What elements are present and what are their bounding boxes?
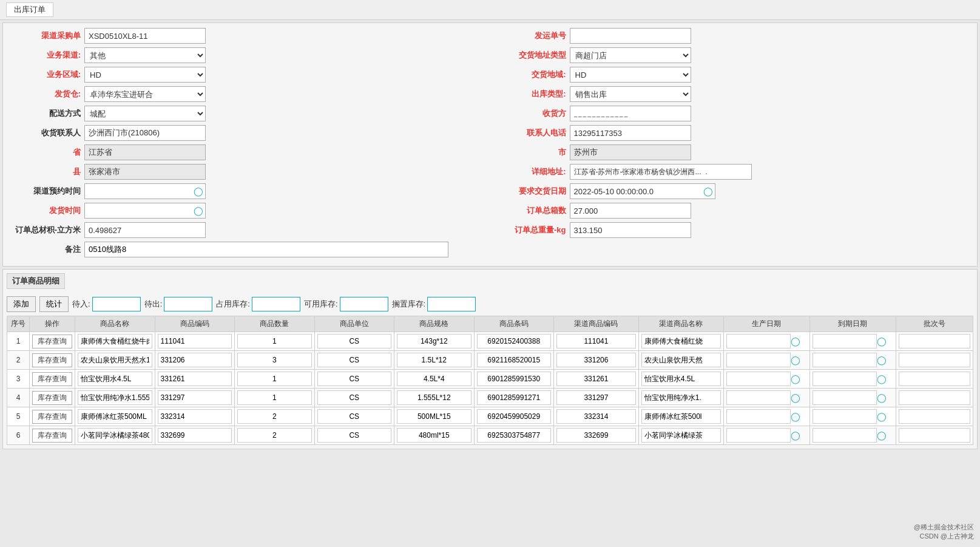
unit-input[interactable] [317,334,392,348]
channel-code-input[interactable] [556,353,636,367]
expiry-date-input[interactable] [813,353,877,367]
add-button[interactable]: 添加 [7,296,36,312]
production-date-input[interactable] [726,390,791,405]
expiry-date-clock-icon[interactable]: ◯ [877,336,887,346]
expiry-date-clock-icon[interactable]: ◯ [877,412,887,421]
barcode-input[interactable] [477,409,552,424]
production-date-clock-icon[interactable]: ◯ [791,393,800,403]
delivery-region-select[interactable]: HD BJ SH [570,67,691,83]
contact-input[interactable] [84,125,206,141]
product-code-input[interactable] [158,428,232,443]
product-name-input[interactable] [78,372,152,386]
product-code-input[interactable] [158,409,232,424]
booking-time-input[interactable] [84,183,206,199]
batch-no-input[interactable] [899,334,970,348]
booking-time-clock-icon[interactable]: ◯ [194,186,203,196]
receiver-input[interactable] [570,106,691,121]
expiry-date-input[interactable] [813,372,877,386]
weight-input[interactable] [570,222,691,238]
barcode-input[interactable] [477,390,552,405]
channel-order-input[interactable] [84,28,206,44]
channel-code-input[interactable] [556,390,636,405]
quantity-input[interactable] [237,409,312,424]
notes-input[interactable] [84,242,448,257]
product-code-input[interactable] [158,334,232,348]
spec-input[interactable] [397,372,471,386]
expiry-date-clock-icon[interactable]: ◯ [877,430,887,440]
channel-code-input[interactable] [556,334,636,348]
spec-input[interactable] [397,390,471,405]
batch-no-input[interactable] [899,409,970,424]
warehouse-select[interactable]: 卓沛华东宝进研合 其他仓库 [84,86,206,102]
detail-address-input[interactable] [570,164,752,180]
production-date-clock-icon[interactable]: ◯ [791,430,800,440]
product-name-input[interactable] [78,334,152,348]
required-delivery-date-input[interactable] [570,183,715,199]
production-date-input[interactable] [726,428,791,443]
channel-name-input[interactable] [641,409,721,424]
product-code-input[interactable] [158,390,232,405]
product-name-input[interactable] [78,428,152,443]
channel-name-input[interactable] [641,390,721,405]
stock-query-button[interactable]: 库存查询 [32,391,72,405]
quantity-input[interactable] [237,372,312,386]
spec-input[interactable] [397,334,471,348]
stock-query-button[interactable]: 库存查询 [32,429,72,443]
production-date-input[interactable] [726,372,791,386]
channel-name-input[interactable] [641,353,721,367]
delivery-method-select[interactable]: 城配 干线 同城 [84,106,206,121]
expiry-date-clock-icon[interactable]: ◯ [877,355,887,365]
production-date-input[interactable] [726,409,791,424]
expiry-date-input[interactable] [813,428,877,443]
channel-name-input[interactable] [641,334,721,348]
ship-time-input[interactable] [84,203,206,219]
batch-no-input[interactable] [899,353,970,367]
production-date-input[interactable] [726,334,791,348]
quantity-input[interactable] [237,334,312,348]
production-date-clock-icon[interactable]: ◯ [791,355,800,365]
product-name-input[interactable] [78,390,152,405]
idle-stock-input[interactable] [427,297,476,311]
expiry-date-input[interactable] [813,409,877,424]
contact-phone-input[interactable] [570,125,691,141]
product-name-input[interactable] [78,353,152,367]
quantity-input[interactable] [237,390,312,405]
expiry-date-clock-icon[interactable]: ◯ [877,374,887,384]
stock-query-button[interactable]: 库存查询 [32,335,72,348]
product-name-input[interactable] [78,409,152,424]
quantity-input[interactable] [237,353,312,367]
unit-input[interactable] [317,372,392,386]
production-date-input[interactable] [726,353,791,367]
unit-input[interactable] [317,409,392,424]
pending-out-input[interactable] [164,297,212,311]
production-date-clock-icon[interactable]: ◯ [791,374,800,384]
channel-code-input[interactable] [556,409,636,424]
channel-code-input[interactable] [556,372,636,386]
channel-name-input[interactable] [641,428,721,443]
unit-input[interactable] [317,353,392,367]
channel-name-input[interactable] [641,372,721,386]
pending-in-input[interactable] [92,297,141,311]
ship-time-clock-icon[interactable]: ◯ [194,206,203,216]
stock-query-button[interactable]: 库存查询 [32,353,72,367]
volume-input[interactable] [84,222,206,238]
unit-input[interactable] [317,390,392,405]
channel-code-input[interactable] [556,428,636,443]
unit-input[interactable] [317,428,392,443]
outbound-type-select[interactable]: 销售出库 调拨出库 [570,86,691,102]
product-code-input[interactable] [158,372,232,386]
quantity-input[interactable] [237,428,312,443]
occupied-stock-input[interactable] [252,297,300,311]
spec-input[interactable] [397,353,471,367]
batch-no-input[interactable] [899,372,970,386]
business-channel-select[interactable]: 其他 现代渠道 传统渠道 [84,47,206,63]
product-code-input[interactable] [158,353,232,367]
stats-button[interactable]: 统计 [39,296,69,312]
stock-query-button[interactable]: 库存查询 [32,410,72,424]
barcode-input[interactable] [477,334,552,348]
total-boxes-input[interactable] [570,203,691,219]
spec-input[interactable] [397,409,471,424]
batch-no-input[interactable] [899,390,970,405]
available-stock-input[interactable] [340,297,388,311]
barcode-input[interactable] [477,428,552,443]
